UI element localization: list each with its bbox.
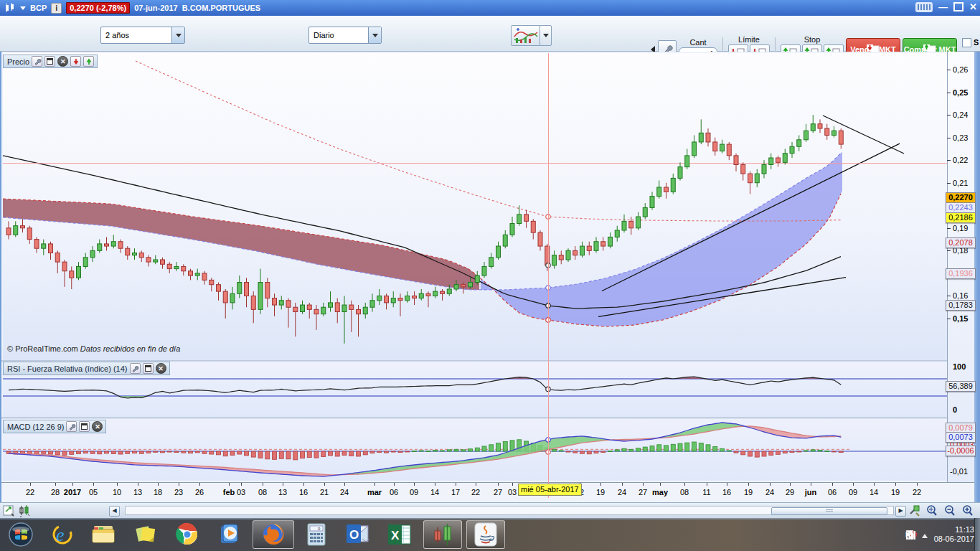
excel-icon[interactable]: X — [380, 520, 419, 549]
candle[interactable] — [370, 301, 374, 307]
candle[interactable] — [223, 291, 227, 303]
firefox-icon[interactable] — [253, 520, 294, 549]
candle[interactable] — [657, 187, 661, 197]
candle[interactable] — [426, 293, 430, 296]
candle[interactable] — [349, 305, 354, 309]
candle[interactable] — [273, 298, 277, 305]
candle[interactable] — [734, 156, 738, 165]
close-button[interactable]: ✕ — [969, 1, 977, 12]
candle[interactable] — [49, 244, 53, 253]
candle[interactable] — [818, 124, 822, 128]
outlook-icon[interactable]: O — [339, 520, 377, 549]
candle[interactable] — [161, 260, 165, 264]
candle[interactable] — [237, 283, 242, 294]
candle[interactable] — [566, 250, 570, 260]
candle[interactable] — [503, 235, 507, 246]
minimize-button[interactable]: — — [938, 1, 948, 12]
rsi-line[interactable] — [9, 377, 841, 398]
candle[interactable] — [98, 244, 102, 250]
java-icon[interactable] — [466, 520, 505, 549]
candle[interactable] — [762, 164, 766, 174]
timeframe-select[interactable]: Diario — [308, 27, 382, 44]
candle[interactable] — [601, 242, 606, 246]
candle[interactable] — [622, 221, 626, 230]
candle[interactable] — [217, 285, 221, 291]
wrench-icon[interactable] — [32, 56, 42, 67]
candle[interactable] — [615, 230, 619, 237]
candle[interactable] — [594, 242, 598, 251]
candle[interactable] — [77, 266, 81, 278]
candle[interactable] — [146, 258, 151, 262]
candle[interactable] — [335, 303, 339, 312]
candle[interactable] — [202, 273, 207, 280]
candle[interactable] — [126, 248, 130, 255]
range-select-arrow[interactable] — [171, 27, 184, 43]
close-icon[interactable]: ✕ — [57, 56, 68, 67]
candle[interactable] — [643, 207, 647, 217]
candle[interactable] — [398, 298, 402, 301]
candle[interactable] — [251, 296, 255, 309]
candle[interactable] — [636, 217, 641, 228]
candle[interactable] — [377, 296, 382, 300]
candle[interactable] — [118, 242, 123, 248]
candle[interactable] — [811, 124, 815, 131]
candle[interactable] — [357, 309, 361, 314]
candle[interactable] — [363, 307, 367, 314]
candle[interactable] — [405, 296, 410, 300]
close-icon[interactable]: ✕ — [156, 363, 166, 374]
candle[interactable] — [755, 174, 759, 183]
draw-note-icon[interactable] — [3, 504, 15, 517]
candle[interactable] — [839, 131, 843, 144]
candle[interactable] — [475, 276, 479, 282]
candle[interactable] — [21, 226, 25, 228]
candle[interactable] — [154, 260, 158, 262]
window-icon[interactable] — [143, 363, 154, 374]
maximize-button[interactable] — [953, 2, 963, 11]
symbol-label[interactable]: BCP — [30, 4, 47, 12]
candle[interactable] — [447, 289, 451, 293]
candle[interactable] — [167, 264, 171, 268]
candle[interactable] — [133, 253, 137, 255]
close-icon[interactable]: ✕ — [92, 421, 103, 432]
chart-type-button[interactable] — [511, 25, 541, 46]
candle[interactable] — [70, 271, 74, 278]
candle[interactable] — [825, 128, 829, 135]
candle[interactable] — [265, 283, 270, 298]
wrench-icon[interactable] — [66, 421, 77, 432]
zoom-out-icon[interactable] — [943, 504, 956, 517]
candle[interactable] — [413, 296, 417, 298]
candle[interactable] — [671, 178, 675, 192]
candle[interactable] — [678, 167, 682, 179]
candle[interactable] — [496, 246, 501, 258]
timeframe-select-arrow[interactable] — [368, 27, 381, 43]
range-select[interactable]: 2 años — [100, 27, 185, 44]
candle[interactable] — [587, 246, 591, 250]
chevron-down-icon[interactable] — [20, 6, 26, 13]
candle[interactable] — [517, 215, 522, 224]
candle[interactable] — [209, 280, 214, 284]
candle[interactable] — [189, 271, 193, 276]
candle[interactable] — [748, 174, 753, 183]
candle[interactable] — [692, 142, 697, 156]
candle[interactable] — [608, 237, 613, 246]
candle[interactable] — [804, 131, 809, 140]
candle[interactable] — [741, 164, 745, 174]
candle[interactable] — [699, 133, 703, 142]
candle[interactable] — [329, 303, 333, 307]
info-icon[interactable]: i — [51, 3, 62, 14]
candle[interactable] — [293, 307, 298, 311]
candle[interactable] — [510, 224, 514, 235]
candle[interactable] — [385, 296, 389, 302]
candle[interactable] — [769, 158, 773, 164]
candle[interactable] — [790, 146, 794, 153]
scrollbar-thumb[interactable] — [771, 507, 887, 515]
candle[interactable] — [706, 133, 710, 142]
window-icon[interactable] — [79, 421, 90, 432]
prorealtime-icon[interactable] — [423, 520, 462, 549]
zoom-in-icon[interactable] — [961, 504, 974, 517]
chrome-icon[interactable] — [168, 520, 207, 549]
candle[interactable] — [454, 285, 458, 289]
candle[interactable] — [105, 244, 109, 246]
candle[interactable] — [342, 305, 347, 311]
candle[interactable] — [42, 244, 46, 248]
